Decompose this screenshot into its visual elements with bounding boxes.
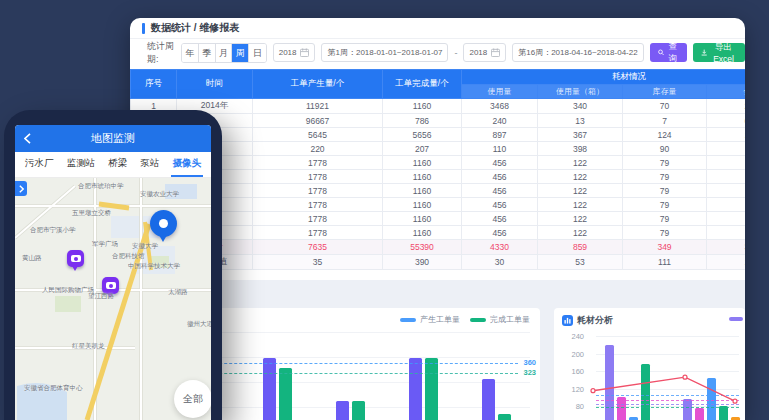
table-cell: 456 <box>462 184 538 198</box>
table-cell: 1778 <box>253 170 383 184</box>
table-cell: 70 <box>623 99 707 114</box>
filter-toolbar: 统计周期: 年季月周日 2018 第1周：2018-01-01~2018-01-… <box>130 39 745 66</box>
map-label: 五里墩立交桥 <box>72 209 111 218</box>
chart-icon <box>562 315 573 326</box>
sub-col-amount: 金额 <box>707 85 746 99</box>
bar-completed <box>498 414 511 420</box>
map-label: 军学广场 <box>92 240 118 249</box>
phone-tab-摄像头[interactable]: 摄像头 <box>171 152 204 177</box>
export-excel-button[interactable]: 导出Excel <box>693 43 745 62</box>
breadcrumb-accent <box>142 23 145 34</box>
bar-generated <box>336 401 349 420</box>
reference-line-label: 360 <box>523 358 536 367</box>
table-cell: 456 <box>462 226 538 240</box>
y-axis-tick: 120 <box>558 385 584 394</box>
table-cell: 330 <box>707 240 746 255</box>
map-label: 安徽大学 <box>132 242 158 251</box>
chevron-right-icon <box>19 185 24 193</box>
back-icon[interactable] <box>24 133 31 144</box>
phone-tab-污水厂[interactable]: 污水厂 <box>23 152 56 177</box>
consumables-legend-marker <box>729 317 743 321</box>
table-cell: 456 <box>462 212 538 226</box>
search-button[interactable]: 查询 <box>650 43 687 62</box>
table-cell: 5645 <box>253 128 383 142</box>
table-cell: 67 <box>707 156 746 170</box>
table-row: 177811604561227967 <box>131 156 746 170</box>
col-group-consumables: 耗材情况 <box>462 70 746 85</box>
map-label: 黄山路 <box>22 254 42 263</box>
col-header-done: 工单完成量/个 <box>383 70 462 99</box>
map-expand-button[interactable] <box>15 181 27 196</box>
table-cell: 1160 <box>383 226 462 240</box>
table-cell: 67 <box>707 184 746 198</box>
phone-page-title: 地图监测 <box>91 131 135 146</box>
table-cell: 220 <box>253 142 383 156</box>
camera-marker[interactable] <box>67 250 84 267</box>
period-segmented-control[interactable]: 年季月周日 <box>181 43 267 63</box>
map-view[interactable]: 全部 合肥市琥珀中学安徽农业大学五里墩立交桥合肥市宁溪小学军学广场安徽大学合肥科… <box>15 178 211 420</box>
map-label: 安徽省合肥体育中心 <box>24 384 83 393</box>
phone-tab-泵站[interactable]: 泵站 <box>138 152 161 177</box>
table-row: 177811604561227967 <box>131 226 746 240</box>
map-label: 红星美凯龙 <box>72 342 105 351</box>
table-cell: 79 <box>623 212 707 226</box>
phone-tab-桥梁[interactable]: 桥梁 <box>106 152 129 177</box>
table-cell: 7 <box>623 114 707 128</box>
table-cell: 367 <box>538 128 623 142</box>
workorder-chart-legend: 产生工单量完成工单量 <box>400 314 530 325</box>
legend-label: 完成工单量 <box>490 314 530 325</box>
table-cell: 7635 <box>253 240 383 255</box>
table-row: 56455656897367124129 <box>131 128 746 142</box>
phone-tab-bar: 污水厂监测站桥梁泵站摄像头 <box>15 152 211 178</box>
report-table: 序号 时间 工单产生量/个 工单完成量/个 耗材情况 使用量 使用量（箱） 库存… <box>130 69 745 270</box>
table-cell: 122 <box>538 170 623 184</box>
table-cell: 96667 <box>253 114 383 128</box>
table-cell: 79 <box>623 226 707 240</box>
table-cell: 122 <box>538 198 623 212</box>
year-to-value: 2018 <box>469 44 487 61</box>
table-cell: 55390 <box>383 240 462 255</box>
table-cell: 124 <box>623 128 707 142</box>
week-to-value: 第16周：2018-04-16~2018-04-22 <box>518 44 637 61</box>
map-label: 太湖路 <box>168 288 188 297</box>
map-label: 人民国际购物广场 <box>42 286 94 295</box>
period-label: 统计周期: <box>147 40 175 66</box>
year-to-select[interactable]: 2018 <box>463 43 506 62</box>
consumables-chart-title-text: 耗材分析 <box>577 314 613 327</box>
table-cell: 786 <box>383 114 462 128</box>
week-from-input[interactable]: 第1周：2018-01-01~2018-01-07 <box>321 43 448 62</box>
period-option-日[interactable]: 日 <box>249 44 266 62</box>
year-from-select[interactable]: 2018 <box>273 43 316 62</box>
bar-completed <box>279 368 292 420</box>
legend-item: 产生工单量 <box>400 314 460 325</box>
table-cell: 5656 <box>383 128 462 142</box>
phone-tab-监测站[interactable]: 监测站 <box>65 152 98 177</box>
table-cell: 13 <box>538 114 623 128</box>
y-axis-tick: 80 <box>558 402 584 411</box>
period-option-年[interactable]: 年 <box>182 44 199 62</box>
col-header-created: 工单产生量/个 <box>253 70 383 99</box>
show-all-button[interactable]: 全部 <box>174 380 211 418</box>
table-cell: 79 <box>623 184 707 198</box>
table-cell: 1778 <box>253 198 383 212</box>
selected-camera-pin[interactable] <box>150 210 177 237</box>
table-cell: 1160 <box>383 170 462 184</box>
period-option-月[interactable]: 月 <box>216 44 233 62</box>
table-cell: 67 <box>707 212 746 226</box>
week-to-input[interactable]: 第16周：2018-04-16~2018-04-22 <box>512 43 643 62</box>
bar-completed <box>352 401 365 420</box>
breadcrumb-row: 数据统计 / 维修报表 <box>130 18 745 39</box>
table-cell: 122 <box>538 212 623 226</box>
bar-consumable <box>605 345 614 420</box>
page-background: 数据统计 / 维修报表 统计周期: 年季月周日 2018 第1周：2018-01… <box>0 0 769 420</box>
table-cell: 79 <box>623 198 707 212</box>
period-option-周[interactable]: 周 <box>232 44 249 62</box>
table-cell: 3468 <box>462 99 538 114</box>
consumables-chart-title: 耗材分析 <box>562 314 613 327</box>
table-cell: 897 <box>462 128 538 142</box>
period-option-季[interactable]: 季 <box>199 44 216 62</box>
gridline <box>596 336 739 337</box>
map-label: 合肥市琥珀中学 <box>78 182 124 191</box>
table-cell: 349 <box>623 240 707 255</box>
table-cell: 111 <box>623 255 707 270</box>
